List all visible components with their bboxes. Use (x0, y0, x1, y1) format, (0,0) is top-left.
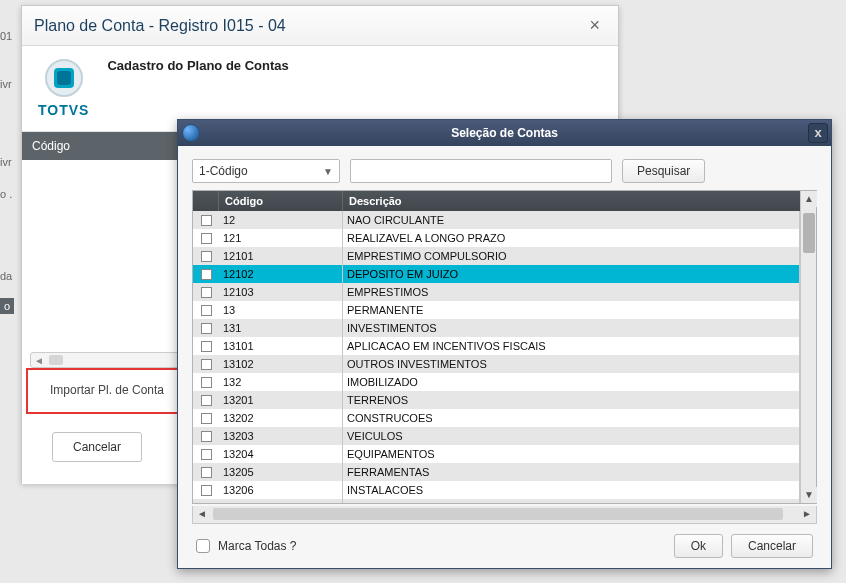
import-plano-button[interactable]: Importar Pl. de Conta (32, 374, 182, 406)
row-checkbox[interactable] (193, 247, 219, 265)
table-row[interactable]: 13102OUTROS INVESTIMENTOS (193, 355, 800, 373)
scroll-right-icon[interactable]: ► (798, 506, 816, 522)
row-checkbox[interactable] (193, 463, 219, 481)
cell-codigo: 13 (219, 301, 343, 319)
main-dialog-close-button[interactable]: × (583, 15, 606, 36)
main-grid-hscrollbar[interactable]: ◄ (30, 352, 180, 368)
search-type-combo[interactable]: 1-Código ▼ (192, 159, 340, 183)
row-checkbox[interactable] (193, 373, 219, 391)
row-checkbox[interactable] (193, 229, 219, 247)
checkbox-icon (201, 251, 212, 262)
cell-codigo: 12101 (219, 247, 343, 265)
cancel-button-label: Cancelar (748, 539, 796, 553)
row-checkbox[interactable] (193, 355, 219, 373)
scroll-up-icon[interactable]: ▲ (801, 191, 817, 207)
grid-vscrollbar[interactable]: ▲ ▼ (800, 191, 816, 503)
search-button[interactable]: Pesquisar (622, 159, 705, 183)
row-checkbox[interactable] (193, 391, 219, 409)
ok-button-label: Ok (691, 539, 706, 553)
cell-descricao: DEPOSITO EM JUIZO (343, 265, 800, 283)
table-row[interactable]: 13207MAQUINAS (193, 499, 800, 503)
table-row[interactable]: 13206INSTALACOES (193, 481, 800, 499)
cell-descricao: VEICULOS (343, 427, 800, 445)
cell-codigo: 13205 (219, 463, 343, 481)
marca-todas-label: Marca Todas ? (218, 539, 297, 553)
table-row[interactable]: 131INVESTIMENTOS (193, 319, 800, 337)
row-checkbox[interactable] (193, 301, 219, 319)
scroll-down-icon[interactable]: ▼ (801, 487, 817, 503)
main-dialog-titlebar: Plano de Conta - Registro I015 - 04 × (22, 6, 618, 46)
checkbox-icon (201, 287, 212, 298)
main-cancel-button[interactable]: Cancelar (52, 432, 142, 462)
row-checkbox[interactable] (193, 499, 219, 503)
svg-rect-2 (57, 71, 71, 85)
selecao-dialog-footer: Marca Todas ? Ok Cancelar (178, 524, 831, 568)
vscrollbar-thumb[interactable] (803, 213, 815, 253)
checkbox-icon (201, 395, 212, 406)
grid-hscrollbar[interactable]: ◄ ► (192, 506, 817, 524)
row-checkbox[interactable] (193, 445, 219, 463)
search-type-combo-value: 1-Código (199, 164, 248, 178)
table-row[interactable]: 13203VEICULOS (193, 427, 800, 445)
main-cancel-button-label: Cancelar (73, 440, 121, 454)
marca-todas-checkbox[interactable]: Marca Todas ? (196, 539, 297, 553)
row-checkbox[interactable] (193, 337, 219, 355)
table-row[interactable]: 13204EQUIPAMENTOS (193, 445, 800, 463)
row-checkbox[interactable] (193, 211, 219, 229)
cell-descricao: MAQUINAS (343, 499, 800, 503)
table-row[interactable]: 13202CONSTRUCOES (193, 409, 800, 427)
ok-button[interactable]: Ok (674, 534, 723, 558)
row-checkbox[interactable] (193, 481, 219, 499)
checkbox-icon (201, 359, 212, 370)
selecao-dialog-title: Seleção de Contas (451, 126, 558, 140)
table-row[interactable]: 13205FERRAMENTAS (193, 463, 800, 481)
cell-descricao: TERRENOS (343, 391, 800, 409)
row-checkbox[interactable] (193, 427, 219, 445)
row-checkbox[interactable] (193, 283, 219, 301)
cell-descricao: INSTALACOES (343, 481, 800, 499)
grid-header-descricao[interactable]: Descrição (343, 191, 800, 211)
checkbox-icon (201, 305, 212, 316)
import-plano-button-label: Importar Pl. de Conta (50, 383, 164, 397)
cell-codigo: 12103 (219, 283, 343, 301)
table-row[interactable]: 12103EMPRESTIMOS (193, 283, 800, 301)
cadastro-title: Cadastro do Plano de Contas (107, 58, 288, 73)
table-row[interactable]: 13201TERRENOS (193, 391, 800, 409)
scroll-left-icon[interactable]: ◄ (193, 506, 211, 522)
checkbox-icon (201, 485, 212, 496)
checkbox-icon (201, 449, 212, 460)
grid-header-codigo[interactable]: Código (219, 191, 343, 211)
cell-codigo: 13201 (219, 391, 343, 409)
checkbox-icon (201, 377, 212, 388)
row-checkbox[interactable] (193, 265, 219, 283)
cell-descricao: IMOBILIZADO (343, 373, 800, 391)
selecao-dialog-titlebar: Seleção de Contas x (178, 120, 831, 146)
table-row[interactable]: 132IMOBILIZADO (193, 373, 800, 391)
row-checkbox[interactable] (193, 409, 219, 427)
cell-codigo: 121 (219, 229, 343, 247)
cell-descricao: EMPRESTIMO COMPULSORIO (343, 247, 800, 265)
row-checkbox[interactable] (193, 319, 219, 337)
checkbox-icon (201, 467, 212, 478)
cell-codigo: 13101 (219, 337, 343, 355)
cancel-button[interactable]: Cancelar (731, 534, 813, 558)
table-row[interactable]: 12102DEPOSITO EM JUIZO (193, 265, 800, 283)
table-row[interactable]: 12101EMPRESTIMO COMPULSORIO (193, 247, 800, 265)
totvs-logo: TOTVS (38, 56, 89, 118)
cell-codigo: 13206 (219, 481, 343, 499)
search-input[interactable] (350, 159, 612, 183)
hscrollbar-thumb[interactable] (213, 508, 783, 520)
cell-codigo: 13102 (219, 355, 343, 373)
grid-body[interactable]: 12NAO CIRCULANTE121REALIZAVEL A LONGO PR… (193, 211, 800, 503)
table-row[interactable]: 13101APLICACAO EM INCENTIVOS FISCAIS (193, 337, 800, 355)
table-row[interactable]: 13PERMANENTE (193, 301, 800, 319)
table-row[interactable]: 121REALIZAVEL A LONGO PRAZO (193, 229, 800, 247)
selecao-contas-dialog: Seleção de Contas x 1-Código ▼ Pesquisar… (177, 119, 832, 569)
scrollbar-thumb[interactable] (49, 355, 63, 365)
selecao-dialog-close-button[interactable]: x (808, 123, 828, 143)
checkbox-icon (201, 341, 212, 352)
cell-descricao: REALIZAVEL A LONGO PRAZO (343, 229, 800, 247)
main-dialog-title: Plano de Conta - Registro I015 - 04 (34, 17, 286, 35)
cell-codigo: 131 (219, 319, 343, 337)
table-row[interactable]: 12NAO CIRCULANTE (193, 211, 800, 229)
